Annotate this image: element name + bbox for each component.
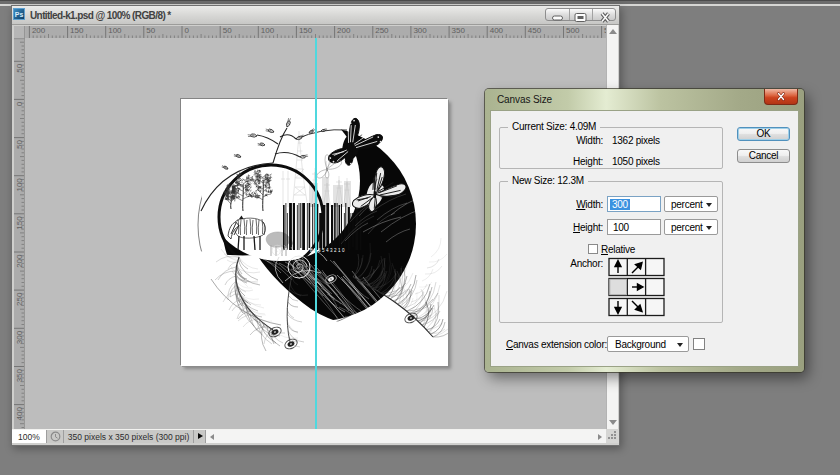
svg-text:50: 50 (15, 63, 24, 72)
svg-text:150: 150 (299, 26, 313, 35)
svg-text:250: 250 (375, 26, 389, 35)
svg-text:450: 450 (528, 26, 542, 35)
svg-text:400: 400 (15, 407, 24, 421)
svg-text:100: 100 (108, 26, 122, 35)
svg-text:200: 200 (15, 254, 24, 268)
svg-text:0: 0 (15, 101, 24, 106)
svg-text:300: 300 (15, 330, 24, 344)
svg-text:50: 50 (223, 26, 232, 35)
svg-text:50: 50 (146, 26, 155, 35)
svg-text:100: 100 (15, 178, 24, 192)
svg-text:350: 350 (452, 26, 466, 35)
svg-text:300: 300 (413, 26, 427, 35)
svg-text:500: 500 (566, 26, 580, 35)
svg-text:150: 150 (15, 216, 24, 230)
svg-text:350: 350 (15, 368, 24, 382)
svg-text:200: 200 (32, 26, 46, 35)
svg-text:400: 400 (490, 26, 504, 35)
svg-text:200: 200 (337, 26, 351, 35)
svg-text:250: 250 (15, 292, 24, 306)
svg-text:150: 150 (70, 26, 84, 35)
svg-text:0: 0 (185, 26, 190, 35)
svg-text:100: 100 (261, 26, 275, 35)
svg-text:50: 50 (15, 140, 24, 149)
